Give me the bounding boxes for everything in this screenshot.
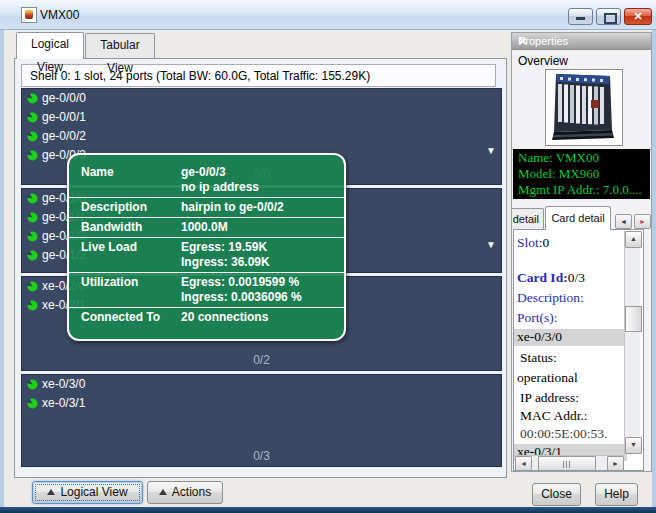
port-status-icon (27, 93, 38, 104)
tab-logical-view[interactable]: Logical View (16, 32, 84, 59)
port-details-tooltip: Namege-0/0/3 no ip address Descriptionha… (67, 153, 346, 341)
title-bar[interactable]: VMX00 ✕ (0, 0, 656, 30)
logical-view-pane: Shelf 0: 1 slot, 24 ports (Total BW: 60.… (14, 58, 507, 478)
shelf-summary-box: Shelf 0: 1 slot, 24 ports (Total BW: 60.… (21, 64, 496, 87)
window-close-button[interactable]: ✕ (624, 8, 652, 25)
vertical-scrollbar-thumb[interactable] (625, 306, 642, 332)
port-row[interactable]: xe-0/3/1 (22, 394, 501, 413)
properties-close-icon[interactable]: ✕ (518, 35, 647, 48)
device-model: Model: MX960 (518, 166, 650, 182)
scroll-right-icon[interactable]: ► (607, 456, 624, 471)
window-frame-bottom (0, 507, 656, 513)
horizontal-scrollbar[interactable]: ◄ ► (515, 455, 624, 471)
slot-label: 0/3 (22, 449, 501, 463)
tooltip-group: Connected To20 connections (69, 307, 344, 327)
shelf-summary-text: Shelf 0: 1 slot, 24 ports (Total BW: 60.… (30, 69, 370, 83)
port-row[interactable]: ge-0/0/1 (22, 108, 501, 127)
port-status-icon (27, 193, 38, 204)
tab-card-detail[interactable]: Card detail (545, 206, 611, 230)
tab-tabular-view[interactable]: Tabular View (85, 33, 155, 58)
port-status-icon (27, 281, 38, 292)
slot-expander-icon[interactable]: ▼ (486, 145, 496, 156)
card-detail-status-label: Status: (517, 350, 626, 366)
card-detail-slot: Slot:0 (517, 235, 623, 251)
card-detail-mac-label: MAC Addr.: (517, 408, 626, 424)
slot-label: 0/2 (22, 353, 501, 367)
close-icon: ✕ (625, 10, 651, 23)
properties-header[interactable]: Properties ✕ (512, 33, 651, 50)
card-detail-ip-label: IP address: (517, 390, 626, 406)
card-detail-pane: Slot:0 Card Id:0/3 Description: Port(s):… (513, 229, 644, 471)
java-app-icon (21, 7, 37, 23)
card-detail-port-row[interactable]: xe-0/3/0 (514, 329, 627, 346)
logical-view-mode-button[interactable]: Logical View Mode (32, 481, 143, 504)
port-status-icon (27, 112, 38, 123)
scroll-up-icon[interactable]: ▲ (625, 231, 642, 248)
tab-scroll-left-icon[interactable]: ◄ (615, 214, 632, 229)
client-area: Logical View Tabular View Shelf 0: 1 slo… (4, 30, 652, 507)
device-mgmt-ip: Mgmt IP Addr.: 7.0.0.... (518, 182, 650, 198)
tooltip-group: Namege-0/0/3 no ip address (69, 163, 344, 197)
card-detail-ports-label: Port(s): (517, 310, 623, 326)
port-status-icon (27, 379, 38, 390)
port-status-icon (27, 398, 38, 409)
maximize-icon (604, 13, 617, 24)
card-detail-description-label: Description: (517, 290, 623, 306)
port-row[interactable]: xe-0/3/0 (22, 375, 501, 394)
card-detail-mac-value: 00:00:5E:00:53. (517, 426, 626, 442)
device-chassis-image (545, 69, 623, 146)
actions-button[interactable]: Actions (147, 481, 223, 504)
device-name: Name: VMX00 (518, 150, 650, 166)
card-detail-card-id: Card Id:0/3 (517, 270, 623, 286)
slot-panel-0-3[interactable]: xe-0/3/0 xe-0/3/1 0/3 (21, 374, 502, 467)
port-status-icon (27, 300, 38, 311)
minimize-button[interactable] (568, 8, 593, 25)
port-row[interactable]: ge-0/0/2 (22, 127, 501, 146)
tooltip-group: Live LoadEgress: 19.59K Ingress: 36.09K (69, 237, 344, 272)
scroll-left-icon[interactable]: ◄ (515, 456, 532, 471)
horizontal-scrollbar-thumb[interactable] (538, 456, 596, 471)
tooltip-group: Bandwidth1000.0M (69, 217, 344, 237)
vertical-scrollbar[interactable]: ▲ ▼ (624, 231, 640, 454)
maximize-button[interactable] (596, 8, 621, 25)
port-status-icon (27, 231, 38, 242)
close-button[interactable]: Close (532, 483, 581, 506)
port-status-icon (27, 150, 38, 161)
device-info-box: Name: VMX00 Model: MX960 Mgmt IP Addr.: … (513, 149, 650, 199)
overview-label: Overview (518, 54, 568, 68)
card-detail-status-value: operational (517, 370, 623, 386)
tooltip-group: UtilizationEgress: 0.0019599 % Ingress: … (69, 272, 344, 307)
tab-scroll-right-icon[interactable]: ► (634, 214, 651, 229)
properties-panel: Properties ✕ Overview (511, 32, 652, 472)
tab-detail-clipped[interactable]: detail (511, 208, 544, 229)
tooltip-group: Descriptionhairpin to ge-0/0/2 (69, 197, 344, 217)
up-triangle-icon (47, 489, 55, 495)
slot-expander-icon[interactable]: ▼ (486, 239, 496, 250)
up-triangle-icon (159, 489, 167, 495)
minimize-icon (576, 17, 585, 20)
window-title: VMX00 (40, 8, 79, 22)
scroll-down-icon[interactable]: ▼ (625, 437, 642, 454)
port-status-icon (27, 212, 38, 223)
help-button[interactable]: Help (595, 483, 638, 506)
port-status-icon (27, 131, 38, 142)
port-row[interactable]: ge-0/0/0 (22, 89, 501, 108)
application-window: VMX00 ✕ Logical View Tabular View Shelf … (0, 0, 656, 513)
